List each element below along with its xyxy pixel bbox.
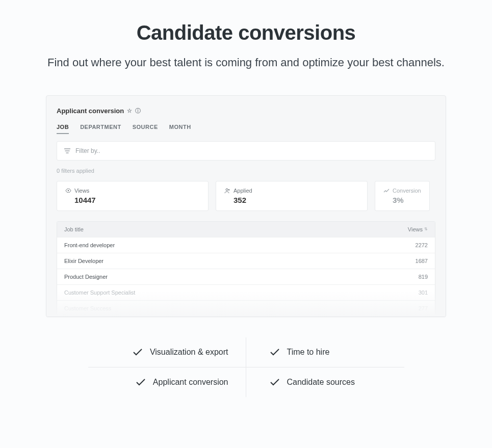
stat-card-views[interactable]: Views 10447: [57, 181, 209, 211]
job-title-cell: Customer Support Specialist: [64, 289, 135, 296]
svg-point-0: [68, 190, 69, 191]
trend-icon: [383, 189, 390, 193]
col-header-job[interactable]: Job title: [64, 226, 84, 232]
col-header-views[interactable]: Views⇅: [408, 226, 428, 232]
feature-applicant-conversion[interactable]: Applicant conversion: [88, 367, 246, 397]
svg-point-1: [226, 189, 228, 191]
feature-label: Applicant conversion: [153, 378, 228, 387]
tab-department[interactable]: DEPARTMENT: [80, 124, 121, 134]
report-panel: Applicant conversion ☆ ⓘ JOB DEPARTMENT …: [46, 95, 446, 317]
sort-icon: ⇅: [424, 227, 428, 231]
feature-label: Visualization & export: [150, 348, 228, 357]
stat-applied-value: 352: [234, 196, 359, 204]
check-icon: [133, 349, 143, 356]
table-row[interactable]: Customer Support Specialist 301: [57, 285, 435, 301]
table-row[interactable]: Front-end developer 2272: [57, 238, 435, 253]
views-cell: 301: [419, 289, 428, 296]
filter-icon: [64, 148, 70, 153]
features-grid: Visualization & export Time to hire Appl…: [88, 337, 404, 397]
views-cell: 2272: [416, 242, 428, 248]
stat-views-value: 10447: [74, 196, 200, 204]
check-icon: [270, 379, 280, 386]
info-icon[interactable]: ⓘ: [135, 107, 141, 115]
table-header: Job title Views⇅: [57, 222, 435, 238]
stat-views-label: Views: [74, 188, 89, 194]
stat-conversion-value: 3%: [393, 196, 421, 204]
table-row[interactable]: Customer Success 277: [57, 301, 435, 316]
table-row[interactable]: Elixir Developer 1687: [57, 253, 435, 269]
filter-placeholder: Filter by..: [75, 147, 100, 154]
feature-label: Candidate sources: [287, 378, 355, 387]
jobs-table: Job title Views⇅ Front-end developer 227…: [57, 221, 435, 317]
job-title-cell: Customer Success: [64, 305, 111, 311]
views-cell: 277: [419, 305, 428, 311]
filter-input[interactable]: Filter by..: [57, 141, 435, 161]
stat-card-applied[interactable]: Applied 352: [216, 181, 368, 211]
stat-card-conversion[interactable]: Conversion 3%: [375, 181, 430, 211]
page-subtitle: Find out where your best talent is comin…: [31, 55, 461, 71]
table-row[interactable]: Product Designer 819: [57, 269, 435, 285]
eye-icon: [65, 189, 71, 193]
job-title-cell: Front-end developer: [64, 242, 115, 248]
feature-label: Time to hire: [287, 348, 330, 357]
tab-month[interactable]: MONTH: [169, 124, 191, 134]
feature-time-to-hire[interactable]: Time to hire: [246, 337, 404, 367]
stat-conversion-label: Conversion: [393, 188, 421, 194]
page-title: Candidate conversions: [31, 21, 461, 44]
views-cell: 819: [419, 274, 428, 280]
views-cell: 1687: [416, 258, 428, 264]
tab-job[interactable]: JOB: [57, 124, 69, 134]
job-title-cell: Product Designer: [64, 274, 108, 280]
tab-bar: JOB DEPARTMENT SOURCE MONTH: [57, 124, 435, 134]
filters-applied-label: 0 filters applied: [57, 168, 435, 174]
check-icon: [136, 379, 146, 386]
tab-source[interactable]: SOURCE: [133, 124, 158, 134]
feature-candidate-sources[interactable]: Candidate sources: [246, 367, 404, 397]
stat-applied-label: Applied: [234, 188, 252, 194]
star-icon[interactable]: ☆: [127, 108, 132, 114]
job-title-cell: Elixir Developer: [64, 258, 103, 264]
person-icon: [224, 188, 230, 193]
panel-title: Applicant conversion: [57, 107, 124, 115]
feature-visualization[interactable]: Visualization & export: [88, 337, 246, 367]
check-icon: [270, 349, 280, 356]
